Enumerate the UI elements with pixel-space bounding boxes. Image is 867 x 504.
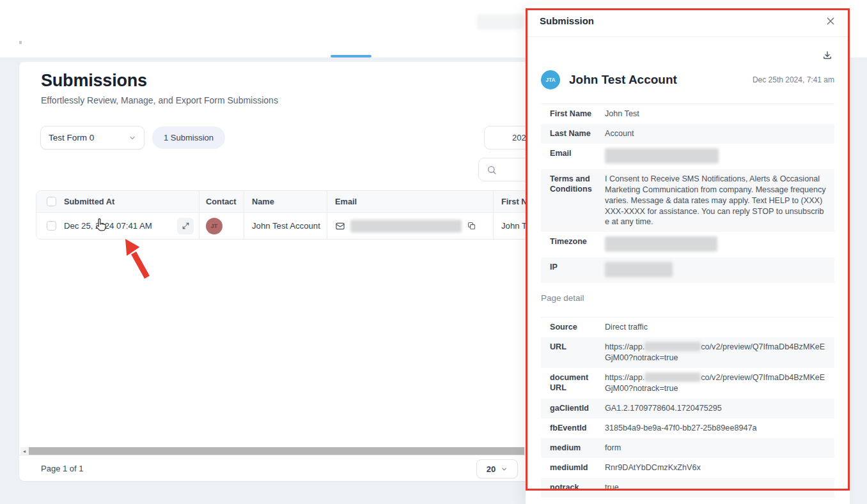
detail-value: GA1.2.1709778604.1720475295 bbox=[605, 403, 834, 414]
detail-label: mediumId bbox=[541, 462, 605, 473]
detail-value: Direct traffic bbox=[605, 322, 834, 333]
submission-detail-drawer: Submission JTA John Test Account Dec 25t… bbox=[526, 5, 850, 504]
detail-value bbox=[605, 262, 834, 279]
column-header-submitted-at: Submitted At bbox=[64, 197, 114, 206]
detail-value-text: 3185b4a9-be9a-47f0-bb27-25b89ee8947a bbox=[605, 424, 756, 432]
column-header-email: Email bbox=[335, 197, 357, 206]
row-name: John Test Account bbox=[252, 221, 320, 231]
detail-value-text: https://app. bbox=[605, 342, 644, 351]
detail-value bbox=[605, 148, 834, 165]
detail-row: gaClientIdGA1.2.1709778604.1720475295 bbox=[541, 399, 834, 418]
stray-mark bbox=[19, 41, 22, 44]
detail-row: mediumIdRnr9DAtYbDCmzKxZhV6x bbox=[541, 458, 834, 478]
detail-row: SourceDirect traffic bbox=[541, 317, 834, 337]
detail-row: IP bbox=[541, 257, 834, 283]
search-icon bbox=[487, 165, 497, 175]
select-all-checkbox[interactable] bbox=[47, 197, 56, 206]
contact-avatar: JT bbox=[206, 218, 223, 234]
detail-value-text: Rnr9DAtYbDCmzKxZhV6x bbox=[605, 463, 701, 472]
detail-value: I Consent to Receive SMS Notifications, … bbox=[605, 174, 834, 227]
detail-row: Last NameAccount bbox=[541, 124, 834, 144]
detail-label: URL bbox=[541, 342, 605, 352]
page-size-select[interactable]: 20 bbox=[476, 459, 518, 478]
detail-value: true bbox=[605, 482, 834, 493]
detail-value-text: form bbox=[605, 443, 621, 452]
detail-value: form bbox=[605, 443, 834, 454]
expand-row-button[interactable] bbox=[177, 218, 194, 234]
page-size-value: 20 bbox=[487, 464, 496, 474]
detail-row: URLhttps://app.co/v2/preview/Q7IfmaDb4Bz… bbox=[541, 337, 834, 368]
detail-label: notrack bbox=[541, 482, 605, 493]
detail-row: First NameJohn Test bbox=[541, 104, 834, 124]
detail-label: Terms and Conditions bbox=[541, 174, 605, 195]
detail-value-text: John Test bbox=[605, 109, 639, 118]
column-header-name: Name bbox=[252, 197, 274, 206]
redacted-value bbox=[605, 148, 719, 164]
submission-fields-table: First NameJohn TestLast NameAccountEmail… bbox=[541, 103, 834, 283]
pagination-label: Page 1 of 1 bbox=[41, 464, 84, 473]
redacted-value bbox=[644, 342, 701, 351]
detail-label: fbEventId bbox=[541, 423, 605, 433]
detail-label: Timezone bbox=[541, 236, 605, 247]
redacted-value bbox=[644, 372, 701, 382]
drawer-body: JTA John Test Account Dec 25th 2024, 7:4… bbox=[526, 37, 850, 498]
submission-count-badge: 1 Submission bbox=[152, 126, 225, 149]
detail-row: Terms and ConditionsI Consent to Receive… bbox=[541, 169, 834, 232]
detail-value-text: https://app. bbox=[605, 373, 644, 382]
detail-label: medium bbox=[541, 443, 605, 453]
submitter-profile: JTA John Test Account Dec 25th 2024, 7:4… bbox=[541, 70, 834, 89]
form-select[interactable]: Test Form 0 bbox=[40, 126, 144, 149]
page-title: Submissions bbox=[41, 71, 147, 91]
row-submitted-at: Dec 25, 2024 07:41 AM bbox=[64, 221, 152, 231]
detail-label: Last Name bbox=[541, 128, 605, 139]
detail-value: https://app.co/v2/preview/Q7IfmaDb4BzMKe… bbox=[605, 342, 834, 363]
detail-value-text: Account bbox=[605, 129, 634, 138]
submitter-avatar: JTA bbox=[541, 70, 560, 89]
detail-value: https://app.co/v2/preview/Q7IfmaDb4BzMKe… bbox=[605, 372, 834, 394]
detail-row: notracktrue bbox=[541, 478, 834, 498]
detail-label: First Name bbox=[541, 109, 605, 119]
submission-date: Dec 25th 2024, 7:41 am bbox=[753, 75, 834, 84]
redacted-value bbox=[605, 236, 717, 252]
detail-value-text: Direct traffic bbox=[605, 323, 648, 332]
detail-value: Rnr9DAtYbDCmzKxZhV6x bbox=[605, 462, 834, 473]
detail-row: fbEventId3185b4a9-be9a-47f0-bb27-25b89ee… bbox=[541, 418, 834, 438]
detail-value bbox=[605, 236, 834, 253]
detail-label: document URL bbox=[541, 372, 605, 393]
app-screen: Submissions Effortlessly Review, Manage,… bbox=[0, 0, 867, 504]
detail-row: document URLhttps://app.co/v2/preview/Q7… bbox=[541, 368, 834, 399]
drawer-title: Submission bbox=[540, 15, 594, 26]
drawer-header: Submission bbox=[526, 5, 850, 37]
chevron-down-icon bbox=[129, 134, 136, 142]
detail-label: IP bbox=[541, 262, 605, 272]
chevron-down-icon bbox=[501, 466, 508, 473]
detail-label: Source bbox=[541, 322, 605, 332]
download-icon[interactable] bbox=[822, 50, 833, 61]
email-icon bbox=[335, 221, 345, 231]
detail-value: 3185b4a9-be9a-47f0-bb27-25b89ee8947a bbox=[605, 423, 834, 434]
row-checkbox[interactable] bbox=[47, 221, 56, 231]
redacted-header-element bbox=[477, 14, 524, 29]
page-subtitle: Effortlessly Review, Manage, and Export … bbox=[41, 95, 278, 105]
detail-value-text: GA1.2.1709778604.1720475295 bbox=[605, 404, 722, 413]
detail-row: mediumform bbox=[541, 438, 834, 458]
date-filter-text: 202 bbox=[512, 133, 526, 142]
detail-value: John Test bbox=[605, 109, 834, 119]
submitter-name: John Test Account bbox=[569, 73, 677, 87]
page-detail-heading: Page detail bbox=[541, 293, 834, 303]
redacted-email bbox=[350, 220, 462, 233]
detail-value-text: I Consent to Receive SMS Notifications, … bbox=[605, 174, 826, 227]
redacted-value bbox=[605, 262, 673, 277]
detail-value: Account bbox=[605, 128, 834, 139]
form-select-value: Test Form 0 bbox=[49, 133, 94, 142]
detail-row: Timezone bbox=[541, 232, 834, 257]
detail-label: gaClientId bbox=[541, 403, 605, 413]
detail-label: Email bbox=[541, 148, 605, 158]
copy-icon[interactable] bbox=[467, 221, 476, 231]
detail-value-text: true bbox=[605, 483, 619, 492]
column-header-contact: Contact bbox=[206, 197, 237, 206]
page-detail-table: SourceDirect trafficURLhttps://app.co/v2… bbox=[541, 317, 834, 498]
active-tab-indicator bbox=[331, 55, 371, 57]
detail-row: Email bbox=[541, 144, 834, 169]
close-icon[interactable] bbox=[825, 16, 836, 26]
